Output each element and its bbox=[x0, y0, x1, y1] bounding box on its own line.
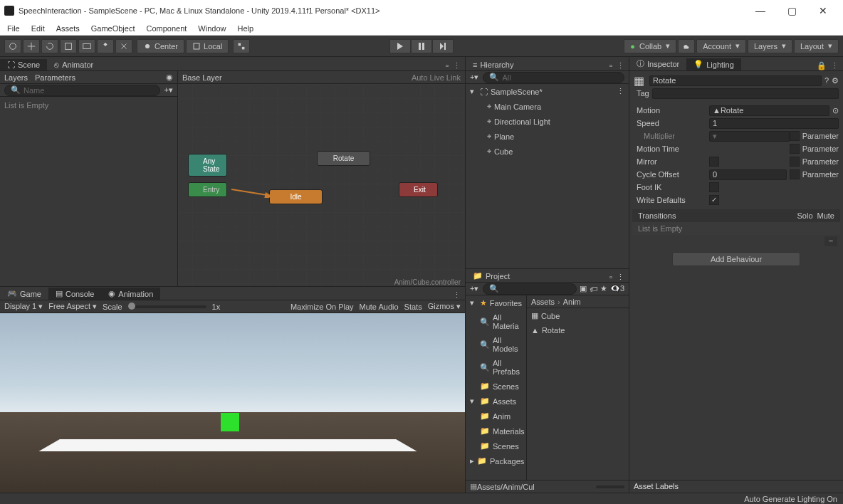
menu-help[interactable]: Help bbox=[237, 24, 253, 33]
hierarchy-item-light[interactable]: ⌖ Directional Light bbox=[466, 114, 629, 129]
foot-ik-checkbox[interactable] bbox=[709, 182, 719, 192]
tab-project[interactable]: 📁 Project bbox=[466, 270, 517, 282]
tab-animator[interactable]: ⎋ Animator bbox=[47, 59, 100, 70]
cloud-button[interactable] bbox=[678, 39, 695, 53]
any-state-node[interactable]: Any State bbox=[188, 154, 227, 177]
tab-animation[interactable]: ◉ Animation bbox=[101, 288, 160, 300]
panel-menu-icon[interactable]: ⋮ bbox=[453, 290, 461, 300]
cycle-offset-field[interactable]: 0 bbox=[709, 169, 787, 180]
layout-dropdown[interactable]: Layout▾ bbox=[794, 39, 839, 53]
menu-gameobject[interactable]: GameObject bbox=[91, 24, 135, 33]
panel-menu-icon[interactable]: ⋮ bbox=[617, 61, 624, 70]
menu-file[interactable]: File bbox=[7, 24, 20, 33]
menu-window[interactable]: Window bbox=[198, 24, 226, 33]
panel-menu-icon[interactable]: ⋮ bbox=[831, 61, 839, 70]
fav-all-prefabs[interactable]: 🔍 All Prefabs bbox=[466, 356, 526, 379]
entry-node[interactable]: Entry bbox=[188, 182, 227, 197]
fav-all-models[interactable]: 🔍 All Models bbox=[466, 333, 526, 356]
name-search-input[interactable]: 🔍 Name bbox=[4, 85, 160, 96]
base-layer-breadcrumb[interactable]: Base Layer bbox=[182, 73, 222, 82]
project-search-input[interactable]: 🔍 bbox=[483, 283, 576, 295]
materials-folder[interactable]: 📁 Materials bbox=[466, 424, 526, 439]
create-asset-dropdown[interactable]: +▾ bbox=[470, 284, 478, 293]
eye-icon[interactable]: ◉ bbox=[166, 73, 173, 82]
mirror-parameter-checkbox[interactable] bbox=[790, 157, 800, 167]
hierarchy-item-cube[interactable]: ⌖ Cube bbox=[466, 144, 629, 159]
tab-console[interactable]: ▤ Console bbox=[48, 288, 101, 300]
mute-audio-toggle[interactable]: Mute Audio bbox=[360, 303, 399, 311]
add-behaviour-button[interactable]: Add Behaviour bbox=[672, 252, 800, 266]
animator-graph-view[interactable]: Any State Rotate Entry Idle Exit Anim/Cu… bbox=[178, 84, 465, 286]
pivot-center-toggle[interactable]: Center bbox=[137, 39, 184, 53]
fav-scenes[interactable]: 📁 Scenes bbox=[466, 379, 526, 394]
snap-button[interactable] bbox=[233, 39, 250, 53]
idle-state-node[interactable]: Idle bbox=[269, 189, 323, 204]
custom-tool-button[interactable] bbox=[115, 39, 132, 53]
menu-assets[interactable]: Assets bbox=[56, 24, 80, 33]
mirror-checkbox[interactable] bbox=[709, 157, 719, 167]
stats-toggle[interactable]: Stats bbox=[404, 303, 422, 311]
play-button[interactable] bbox=[389, 39, 411, 53]
maximize-panel-icon[interactable]: ▫ bbox=[446, 61, 449, 70]
preset-icon[interactable]: ⚙ bbox=[832, 76, 839, 85]
fav-all-materials[interactable]: 🔍 All Materia bbox=[466, 310, 526, 333]
thumbnail-size-slider[interactable] bbox=[596, 485, 624, 488]
tag-field[interactable] bbox=[652, 88, 839, 99]
assets-folder[interactable]: ▾📁 Assets bbox=[466, 394, 526, 409]
packages-folder[interactable]: ▸📁 Packages bbox=[466, 453, 526, 468]
exit-node[interactable]: Exit bbox=[399, 182, 438, 197]
hierarchy-item-camera[interactable]: ⌖ Main Camera bbox=[466, 99, 629, 114]
scale-slider[interactable] bbox=[128, 305, 206, 308]
project-file-cube[interactable]: ▦ Cube bbox=[527, 308, 629, 323]
hierarchy-item-plane[interactable]: ⌖ Plane bbox=[466, 129, 629, 144]
rotate-tool-button[interactable] bbox=[41, 39, 58, 53]
local-global-toggle[interactable]: Local bbox=[186, 39, 229, 53]
layers-dropdown[interactable]: Layers▾ bbox=[748, 39, 792, 53]
hand-tool-button[interactable] bbox=[4, 39, 21, 53]
add-parameter-button[interactable]: +▾ bbox=[164, 85, 173, 95]
search-by-type-icon[interactable]: ▣ bbox=[580, 284, 587, 293]
hierarchy-search-input[interactable]: 🔍 All bbox=[483, 72, 624, 83]
breadcrumb-assets[interactable]: Assets bbox=[531, 298, 555, 306]
scene-root[interactable]: ▾⛶ SampleScene*⋮ bbox=[466, 84, 629, 99]
scale-tool-button[interactable] bbox=[60, 39, 77, 53]
hidden-packages-icon[interactable]: 👁‍🗨3 bbox=[610, 284, 624, 293]
menu-edit[interactable]: Edit bbox=[31, 24, 45, 33]
maximize-on-play-toggle[interactable]: Maximize On Play bbox=[290, 303, 354, 311]
project-file-rotate[interactable]: ▲ Rotate bbox=[527, 323, 629, 337]
gizmos-dropdown[interactable]: Gizmos ▾ bbox=[428, 302, 461, 311]
maximize-icon[interactable]: ▫ bbox=[609, 273, 612, 282]
rect-tool-button[interactable] bbox=[78, 39, 95, 53]
tab-inspector[interactable]: ⓘ Inspector bbox=[629, 57, 686, 70]
lock-icon[interactable]: 🔒 bbox=[817, 61, 827, 70]
collab-dropdown[interactable]: ●Collab▾ bbox=[624, 39, 676, 53]
tab-scene[interactable]: ⛶ Scene bbox=[0, 59, 47, 70]
game-view[interactable] bbox=[0, 313, 465, 493]
object-picker-icon[interactable]: ⊙ bbox=[832, 106, 839, 115]
maximize-icon[interactable]: ▫ bbox=[609, 61, 612, 70]
remove-transition-button[interactable]: − bbox=[824, 236, 837, 246]
multiplier-parameter-checkbox[interactable] bbox=[790, 131, 800, 141]
favorite-icon[interactable]: ★ bbox=[600, 284, 607, 293]
cycle-offset-parameter-checkbox[interactable] bbox=[790, 169, 800, 179]
scenes-folder[interactable]: 📁 Scenes bbox=[466, 439, 526, 453]
tab-game[interactable]: 🎮 Game bbox=[0, 288, 48, 300]
move-tool-button[interactable] bbox=[23, 39, 40, 53]
panel-menu-icon[interactable]: ⋮ bbox=[617, 273, 624, 282]
menu-component[interactable]: Component bbox=[146, 24, 187, 33]
rotate-state-node[interactable]: Rotate bbox=[317, 151, 370, 166]
state-name-field[interactable]: Rotate bbox=[649, 75, 822, 86]
account-dropdown[interactable]: Account▾ bbox=[696, 39, 746, 53]
step-button[interactable] bbox=[432, 39, 454, 53]
transform-tool-button[interactable] bbox=[97, 39, 114, 53]
close-button[interactable]: ✕ bbox=[807, 5, 839, 16]
aspect-dropdown[interactable]: Free Aspect ▾ bbox=[48, 302, 97, 311]
minimize-button[interactable]: — bbox=[745, 5, 776, 16]
parameters-tab[interactable]: Parameters bbox=[35, 73, 75, 82]
tab-hierarchy[interactable]: ≡ Hierarchy bbox=[466, 59, 521, 70]
speed-field[interactable]: 1 bbox=[709, 118, 839, 129]
search-by-label-icon[interactable]: 🏷 bbox=[590, 285, 597, 293]
breadcrumb-anim[interactable]: Anim bbox=[563, 298, 581, 306]
layers-tab[interactable]: Layers bbox=[4, 73, 28, 82]
motion-field[interactable]: ▲Rotate bbox=[709, 105, 829, 116]
